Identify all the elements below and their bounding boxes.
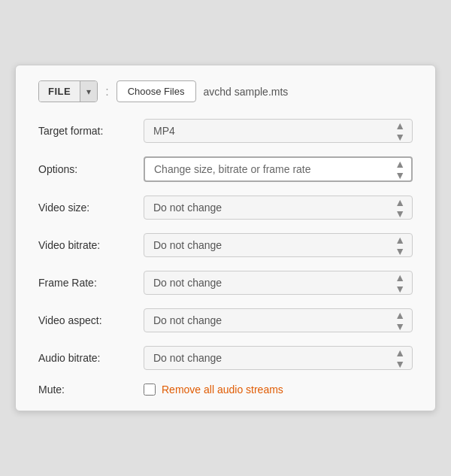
target-format-row: Target format: MP4 ▲ ▼ <box>38 119 413 143</box>
video-aspect-row: Video aspect: Do not change ▲ ▼ <box>38 308 413 332</box>
frame-rate-label: Frame Rate: <box>38 277 144 289</box>
separator: : <box>105 85 108 99</box>
frame-rate-control: Do not change ▲ ▼ <box>144 271 413 295</box>
audio-bitrate-row: Audio bitrate: Do not change ▲ ▼ <box>38 346 413 370</box>
options-select-wrapper: Change size, bitrate or frame rate ▲ ▼ <box>144 156 413 182</box>
video-aspect-control: Do not change ▲ ▼ <box>144 308 413 332</box>
audio-bitrate-control: Do not change ▲ ▼ <box>144 346 413 370</box>
choose-files-button[interactable]: Choose Files <box>117 80 196 102</box>
video-bitrate-label: Video bitrate: <box>38 239 144 251</box>
main-container: FILE ▾ : Choose Files avchd sample.mts T… <box>15 65 436 411</box>
video-bitrate-row: Video bitrate: Do not change ▲ ▼ <box>38 233 413 257</box>
video-bitrate-select[interactable]: Do not change <box>144 233 413 257</box>
file-row: FILE ▾ : Choose Files avchd sample.mts <box>38 80 413 102</box>
filename-text: avchd sample.mts <box>204 86 289 98</box>
options-row: Options: Change size, bitrate or frame r… <box>38 156 413 182</box>
options-control: Change size, bitrate or frame rate ▲ ▼ <box>144 156 413 182</box>
video-size-row: Video size: Do not change ▲ ▼ <box>38 196 413 220</box>
mute-checkbox[interactable] <box>144 384 156 396</box>
video-bitrate-control: Do not change ▲ ▼ <box>144 233 413 257</box>
video-aspect-label: Video aspect: <box>38 314 144 326</box>
audio-bitrate-select[interactable]: Do not change <box>144 346 413 370</box>
file-button-main[interactable]: FILE <box>39 81 80 102</box>
video-aspect-select-wrapper: Do not change ▲ ▼ <box>144 308 413 332</box>
target-format-select[interactable]: MP4 <box>144 119 413 143</box>
target-format-control: MP4 ▲ ▼ <box>144 119 413 143</box>
video-bitrate-select-wrapper: Do not change ▲ ▼ <box>144 233 413 257</box>
options-select[interactable]: Change size, bitrate or frame rate <box>144 156 413 182</box>
video-size-select[interactable]: Do not change <box>144 196 413 220</box>
mute-row: Mute: Remove all audio streams <box>38 384 413 396</box>
video-aspect-select[interactable]: Do not change <box>144 308 413 332</box>
frame-rate-row: Frame Rate: Do not change ▲ ▼ <box>38 271 413 295</box>
video-size-label: Video size: <box>38 202 144 214</box>
mute-label: Mute: <box>38 384 144 396</box>
file-split-button[interactable]: FILE ▾ <box>38 80 98 102</box>
frame-rate-select-wrapper: Do not change ▲ ▼ <box>144 271 413 295</box>
audio-bitrate-label: Audio bitrate: <box>38 352 144 364</box>
target-format-select-wrapper: MP4 ▲ ▼ <box>144 119 413 143</box>
options-label: Options: <box>38 163 144 175</box>
file-button-arrow[interactable]: ▾ <box>80 81 97 102</box>
mute-control: Remove all audio streams <box>144 384 413 396</box>
frame-rate-select[interactable]: Do not change <box>144 271 413 295</box>
video-size-select-wrapper: Do not change ▲ ▼ <box>144 196 413 220</box>
video-size-control: Do not change ▲ ▼ <box>144 196 413 220</box>
target-format-label: Target format: <box>38 125 144 137</box>
audio-bitrate-select-wrapper: Do not change ▲ ▼ <box>144 346 413 370</box>
mute-label-text: Remove all audio streams <box>162 384 283 396</box>
